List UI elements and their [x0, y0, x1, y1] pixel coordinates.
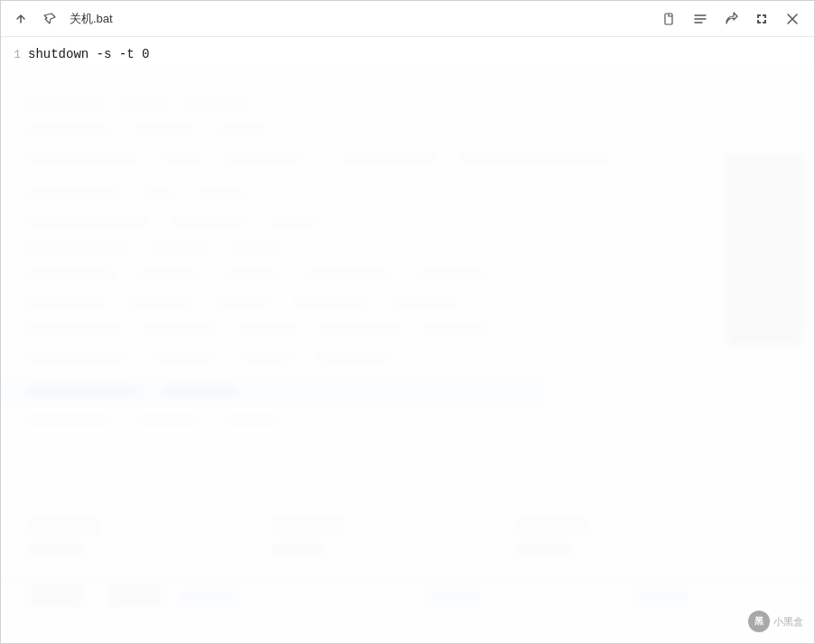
expand-button[interactable] [747, 6, 776, 32]
share-button[interactable] [717, 6, 745, 32]
watermark: 黑 小黑盒 [748, 611, 803, 632]
pin-icon[interactable] [37, 6, 62, 32]
editor-foreground[interactable]: 1 shutdown -s -t 0 [1, 37, 814, 643]
back-icon[interactable] [8, 6, 33, 32]
title-bar: 关机.bat [1, 1, 814, 37]
watermark-text: 小黑盒 [773, 615, 803, 629]
line-number-1: 1 [1, 48, 28, 61]
close-button[interactable] [778, 6, 807, 32]
outline-button[interactable] [686, 6, 715, 32]
window-title: 关机.bat [70, 11, 113, 27]
title-bar-right [655, 6, 807, 32]
title-bar-left: 关机.bat [8, 6, 655, 32]
app-window: 关机.bat [0, 0, 815, 644]
watermark-icon: 黑 [748, 611, 770, 632]
line-code-1: shutdown -s -t 0 [28, 47, 149, 61]
watermark-icon-text: 黑 [754, 615, 763, 628]
editor-area: 1 shutdown -s -t 0 [1, 37, 814, 643]
code-line-1: 1 shutdown -s -t 0 [1, 44, 814, 64]
new-file-button[interactable] [655, 6, 684, 32]
